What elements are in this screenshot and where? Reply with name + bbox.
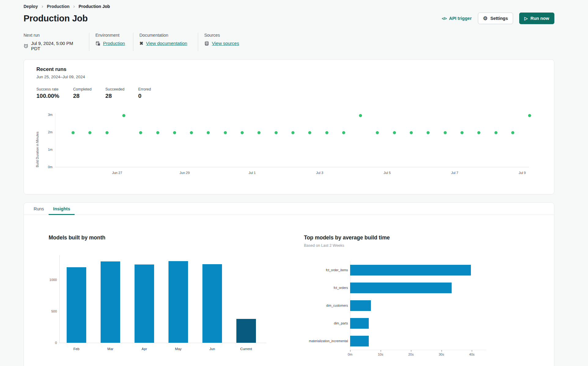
breadcrumb-production-job: Production Job [79,4,110,9]
environment-label: Environment [95,33,127,38]
bar [350,318,369,329]
next-run-group: Next run Jul 9, 2024, 5:00 PM PDT [24,33,89,51]
run-dot [105,131,109,134]
bar-track [350,336,484,346]
stat-success-rate: Success rate 100.00% [36,87,59,99]
y-tick-label: 1m [48,148,53,151]
run-dot [342,131,345,134]
stat-value: 100.00% [36,93,59,99]
bar [350,336,369,346]
top-models-title: Top models by average build time [304,235,486,241]
job-info-row: Next run Jul 9, 2024, 5:00 PM PDT Enviro… [24,33,554,51]
category-label: Mar [107,347,113,351]
next-run-value: Jul 9, 2024, 5:00 PM PDT [24,41,83,51]
stat-errored: Errored 0 [138,87,151,99]
tab-runs[interactable]: Runs [29,203,49,215]
stat-value: 28 [105,93,124,99]
breadcrumb-production[interactable]: Production [47,4,69,9]
category-label: Feb [73,347,80,351]
clock-icon [24,43,28,48]
y-tick-label: 0m [48,165,53,169]
tick-mark [350,350,350,352]
stat-value: 0 [138,93,151,99]
x-tick-label: Jul 9 [519,171,526,175]
bar-track [350,318,484,329]
run-dot [308,131,311,134]
x-tick-label: 40s [469,353,475,356]
page-content: Deploy › Production › Production Job Pro… [24,0,554,366]
run-dot [444,131,447,134]
environment-value: Production [95,41,127,46]
run-dot [393,131,396,134]
run-now-button[interactable]: ▷ Run now [519,13,554,24]
x-tick-label: Jul 1 [249,171,256,175]
category-label: Current [240,347,252,351]
tick-mark [381,350,381,352]
insights-card: Runs Insights Models built by month 0500… [24,202,554,366]
production-job-page: Deploy › Production › Production Job Pro… [0,0,588,366]
model-row: materialization_incremental [304,332,486,350]
run-dot [88,131,91,134]
tick-mark [442,350,442,352]
settings-button[interactable]: ⚙ Settings [478,13,513,24]
run-dot [173,131,176,134]
insights-charts: Models built by month 05001000FebMarAprM… [24,215,554,366]
api-trigger-label: API trigger [449,16,472,21]
stat-succeeded: Succeeded 28 [105,87,124,99]
tab-insights[interactable]: Insights [49,203,75,215]
run-dot [325,131,328,134]
documentation-label: Documentation [139,33,192,38]
stat-label: Completed [73,87,91,91]
sources-group: Sources View sources [198,33,245,51]
run-dot [190,131,193,134]
x-tick-label: Jun 27 [112,171,122,175]
x-tick-label: Jul 3 [316,171,323,175]
build-duration-y-axis-label: Build Duration in Minutes [35,113,39,167]
run-dot [224,131,227,134]
page-header: Production Job </> API trigger ⚙ Setting… [24,13,554,24]
bar-track [350,300,484,311]
recent-runs-date-range: Jun 25, 2024–Jul 09, 2024 [36,75,554,79]
top-models-x-axis: 0m10s20s30s40s [350,350,486,358]
top-models-chart: Top models by average build time Based o… [304,235,486,358]
chevron-right-icon: › [73,4,75,9]
x-tick-label: 20s [408,353,414,356]
build-duration-chart: Build Duration in Minutes 0m1m2m3mJun 27… [24,113,554,179]
environment-group: Environment Production [89,33,133,51]
model-label: dim_parts [304,321,348,325]
models-by-month-title: Models built by month [49,235,266,241]
build-duration-plot: 0m1m2m3mJun 27Jun 29Jul 1Jul 3Jul 5Jul 7… [55,113,529,167]
documentation-value: ✖ View documentation [139,41,192,46]
breadcrumb-deploy[interactable]: Deploy [24,4,38,9]
run-now-label: Run now [531,16,549,21]
models-by-month-chart: Models built by month 05001000FebMarAprM… [49,235,266,343]
view-sources-link[interactable]: View sources [212,41,239,46]
run-dot [410,131,413,134]
environment-link[interactable]: Production [103,41,125,46]
model-label: fct_order_items [304,268,348,272]
dbt-docs-icon: ✖ [139,41,143,46]
breadcrumb: Deploy › Production › Production Job [24,0,554,9]
x-tick-label: 0m [348,353,352,356]
run-dot [139,131,142,134]
view-documentation-link[interactable]: View documentation [146,41,187,46]
run-dot [427,131,430,134]
run-dot [511,131,514,134]
recent-runs-card: Recent runs Jun 25, 2024–Jul 09, 2024 Su… [24,59,554,194]
x-tick-label: 30s [439,353,444,356]
environment-database-icon [95,41,100,46]
y-tick-label: 2m [48,130,53,134]
category-label: May [175,347,182,351]
run-dot [460,131,464,134]
model-label: dim_customers [304,304,348,307]
bar [135,264,154,343]
category-label: Apr [142,347,147,351]
bar [236,319,256,343]
api-trigger-link[interactable]: </> API trigger [442,16,472,21]
run-dot [528,114,531,117]
x-tick-label: 10s [378,353,383,356]
model-label: materialization_incremental [304,339,348,343]
run-dot [275,131,278,134]
recent-runs-title: Recent runs [36,66,554,72]
bar-track [350,283,484,293]
